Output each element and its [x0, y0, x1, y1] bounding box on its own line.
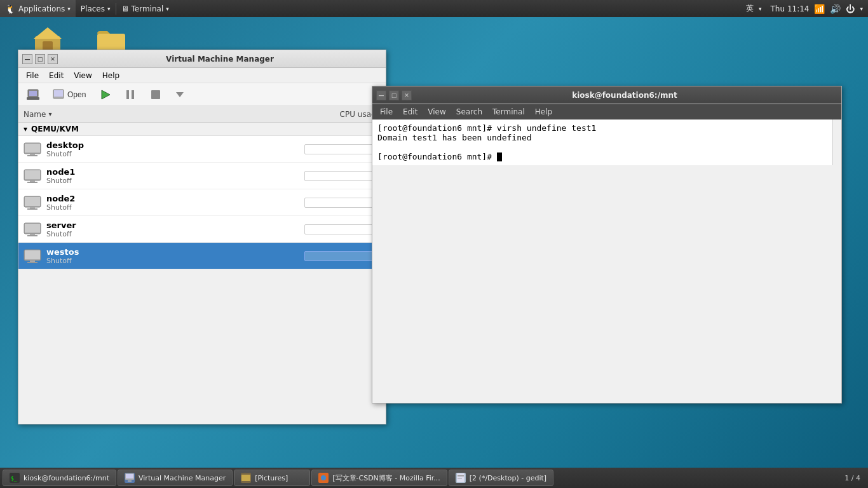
taskbar-vmm[interactable]: Virtual Machine Manager [118, 470, 233, 486]
svg-rect-33 [30, 261, 35, 262]
svg-rect-45 [458, 477, 464, 477]
terminal-menu-view[interactable]: View [423, 106, 451, 118]
vmm-new-button[interactable] [21, 86, 45, 104]
vm-info-server: server Shutoff [46, 220, 304, 238]
stop-icon [149, 88, 162, 101]
vmm-open-button[interactable]: Open [46, 86, 92, 104]
group-name: QEMU/KVM [31, 125, 79, 133]
vm-name-server: server [46, 220, 304, 230]
svg-rect-46 [458, 478, 462, 478]
group-collapse-icon: ▾ [24, 125, 27, 133]
vmm-close-button[interactable]: ✕ [48, 54, 58, 64]
taskbar-right: 英 ▾ Thu 11:14 📶 🔊 ⏻ ▾ [746, 3, 868, 14]
applications-label: Applications [18, 4, 65, 13]
vmm-menubar: File Edit View Help [18, 68, 386, 83]
vm-monitor-icon-server [24, 222, 41, 236]
taskbar-firefox-icon [318, 473, 329, 483]
terminal-close-button[interactable]: ✕ [402, 90, 412, 100]
terminal-menu-edit[interactable]: Edit [398, 106, 423, 118]
vmm-maximize-button[interactable]: □ [35, 54, 45, 64]
vm-info-node2: node2 Shutoff [46, 194, 304, 212]
vm-status-node2: Shutoff [46, 203, 304, 212]
vm-name-node2: node2 [46, 194, 304, 203]
taskbar-pictures[interactable]: [Pictures] [234, 470, 310, 486]
vmm-pause-button[interactable] [118, 86, 142, 104]
svg-rect-21 [30, 180, 35, 182]
vmm-menu-view[interactable]: View [69, 70, 97, 81]
apps-chevron-icon: ▾ [67, 6, 71, 12]
vm-row-desktop[interactable]: desktop Shutoff [18, 136, 386, 163]
cpu-bar-desktop [304, 144, 381, 154]
svg-rect-12 [132, 90, 134, 99]
places-label: Places [81, 4, 105, 13]
vmm-menu-file[interactable]: File [21, 70, 44, 81]
vmm-menu-edit[interactable]: Edit [44, 70, 69, 81]
terminal-cursor [497, 152, 502, 161]
svg-rect-6 [27, 97, 39, 100]
svg-rect-34 [27, 262, 37, 263]
vm-cpu-node1 [304, 171, 381, 181]
volume-icon: 🔊 [830, 4, 841, 14]
taskbar-vmm-icon [125, 473, 135, 483]
applications-menu[interactable]: 🐧 Applications ▾ [0, 0, 76, 17]
top-taskbar: 🐧 Applications ▾ Places ▾ 🖥 Terminal ▾ 英… [0, 0, 868, 17]
terminal-menu-help[interactable]: Help [530, 106, 557, 118]
taskbar-gedit-label: [2 (*/Desktop) - gedit] [470, 474, 546, 482]
svg-rect-24 [25, 197, 40, 206]
vmm-table-header: Name ▾ CPU usage [18, 106, 386, 123]
power-icon[interactable]: ⏻ [846, 4, 855, 14]
vmm-more-button[interactable] [169, 86, 191, 104]
svg-rect-38 [126, 474, 133, 478]
vm-row-server[interactable]: server Shutoff [18, 216, 386, 243]
vmm-titlebar: — □ ✕ Virtual Machine Manager [18, 50, 386, 68]
taskbar-firefox[interactable]: [写文章-CSDN博客 - Mozilla Fir... [311, 470, 447, 486]
places-menu[interactable]: Places ▾ [76, 0, 116, 17]
vm-name-westos: westos [46, 247, 304, 257]
new-vm-icon [27, 88, 39, 101]
vm-row-westos[interactable]: westos Shutoff [18, 243, 386, 269]
taskbar-terminal[interactable]: $_ kiosk@foundation6:/mnt [3, 470, 116, 486]
vmm-menu-help[interactable]: Help [97, 70, 125, 81]
taskbar-gedit[interactable]: [2 (*/Desktop) - gedit] [449, 470, 553, 486]
language-indicator[interactable]: 英 [746, 3, 754, 14]
svg-rect-5 [29, 91, 37, 96]
vm-monitor-icon-desktop [24, 142, 41, 156]
svg-rect-20 [25, 170, 40, 179]
vm-status-node1: Shutoff [46, 177, 304, 185]
cpu-bar-node1 [304, 171, 381, 181]
vm-cpu-node2 [304, 198, 381, 208]
vmm-table-area: ▾ QEMU/KVM desktop Shutoff [18, 123, 386, 269]
svg-rect-13 [151, 90, 160, 99]
terminal-menu-file[interactable]: File [375, 106, 398, 118]
cpu-bar-westos [304, 251, 381, 261]
vmm-run-button[interactable] [93, 86, 117, 104]
vm-row-node1[interactable]: node1 Shutoff [18, 163, 386, 189]
cpu-bar-node2 [304, 198, 381, 208]
terminal-maximize-button[interactable]: □ [389, 90, 399, 100]
terminal-menu-search[interactable]: Search [451, 106, 487, 118]
taskbar-page-indicator: 1 / 4 [839, 474, 865, 482]
terminal-menu[interactable]: 🖥 Terminal ▾ [116, 0, 174, 17]
vm-info-node1: node1 Shutoff [46, 167, 304, 185]
svg-rect-11 [126, 90, 129, 99]
svg-rect-18 [27, 155, 37, 156]
vm-row-node2[interactable]: node2 Shutoff [18, 189, 386, 216]
vmm-minimize-button[interactable]: — [22, 54, 32, 64]
vmm-stop-button[interactable] [144, 86, 168, 104]
svg-marker-10 [102, 90, 110, 99]
terminal-minimize-button[interactable]: — [376, 90, 386, 100]
terminal-titlebar: — □ ✕ kiosk@foundation6:/mnt [372, 86, 841, 104]
vm-cpu-server [304, 224, 381, 234]
vm-name-node1: node1 [46, 167, 304, 177]
col-name-header[interactable]: Name ▾ [24, 110, 304, 119]
vmm-group-qemu[interactable]: ▾ QEMU/KVM [18, 123, 386, 136]
vmm-toolbar: Open [18, 83, 386, 106]
vmm-window-controls: — □ ✕ [22, 54, 58, 64]
vm-monitor-icon-westos [24, 249, 41, 263]
svg-rect-22 [27, 182, 37, 183]
sort-icon: ▾ [48, 111, 51, 118]
terminal-content[interactable]: [root@foundation6 mnt]# virsh undefine t… [372, 119, 832, 165]
terminal-menu-terminal[interactable]: Terminal [487, 106, 530, 118]
vm-cpu-desktop [304, 144, 381, 154]
terminal-scrollbar[interactable] [832, 119, 841, 165]
